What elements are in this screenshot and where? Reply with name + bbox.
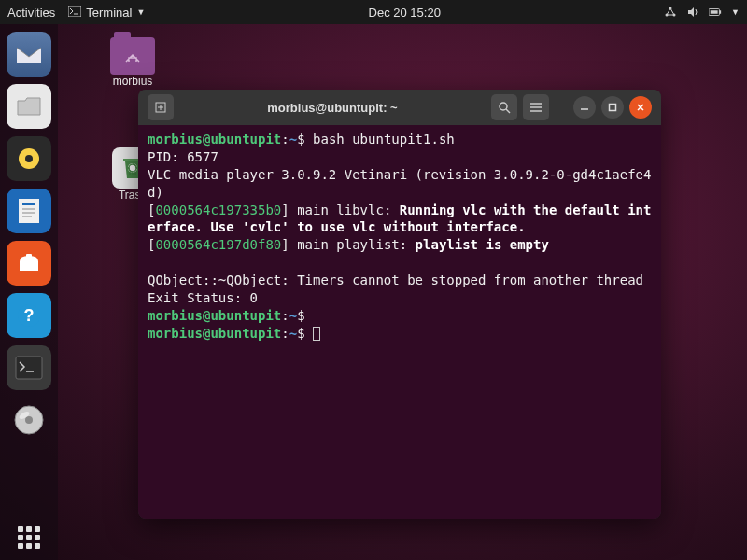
dock-files[interactable] bbox=[7, 84, 51, 129]
output-line: [0000564c197d0f80] main playlist: playli… bbox=[148, 237, 549, 252]
grid-icon bbox=[18, 526, 40, 549]
svg-rect-15 bbox=[26, 254, 32, 258]
show-applications[interactable] bbox=[7, 515, 51, 560]
output-line: VLC media player 3.0.9.2 Vetinari (revis… bbox=[148, 167, 651, 200]
svg-rect-35 bbox=[610, 105, 616, 111]
top-panel: Activities Terminal ▼ Dec 20 15:20 ▼ bbox=[0, 0, 747, 24]
close-button[interactable] bbox=[629, 96, 652, 119]
system-tray[interactable]: ▼ bbox=[664, 6, 740, 19]
terminal-window: morbius@ubuntupit: ~ morbius@ubuntupit:~… bbox=[138, 90, 661, 519]
dock-disc[interactable] bbox=[7, 398, 51, 442]
app-menu-label: Terminal bbox=[86, 6, 132, 20]
desktop-folder-morbius[interactable]: morbius bbox=[101, 37, 164, 88]
cursor bbox=[313, 327, 320, 341]
dock: ? bbox=[0, 24, 58, 560]
output-line: [0000564c197335b0] main libvlc: Running … bbox=[148, 203, 651, 235]
volume-icon bbox=[686, 6, 699, 19]
svg-rect-7 bbox=[711, 10, 718, 14]
prompt-user: morbius@ubuntupit bbox=[148, 308, 281, 323]
svg-rect-6 bbox=[719, 10, 721, 14]
terminal-body[interactable]: morbius@ubuntupit:~$ bash ubuntupit1.sh … bbox=[138, 125, 661, 519]
svg-point-9 bbox=[25, 155, 33, 162]
dock-help[interactable]: ? bbox=[7, 293, 51, 338]
svg-point-29 bbox=[500, 103, 507, 110]
terminal-icon bbox=[68, 6, 81, 20]
command-text: bash ubuntupit1.sh bbox=[313, 132, 455, 147]
window-title: morbius@ubuntupit: ~ bbox=[174, 101, 491, 115]
maximize-button[interactable] bbox=[601, 96, 624, 119]
dock-terminal[interactable] bbox=[7, 345, 51, 390]
terminal-titlebar[interactable]: morbius@ubuntupit: ~ bbox=[138, 90, 661, 125]
output-line: PID: 6577 bbox=[148, 149, 218, 164]
svg-text:?: ? bbox=[24, 306, 35, 325]
desktop-icon-label: morbius bbox=[113, 75, 153, 88]
svg-line-30 bbox=[506, 109, 510, 113]
dock-writer[interactable] bbox=[7, 189, 51, 233]
minimize-button[interactable] bbox=[573, 96, 596, 119]
svg-rect-18 bbox=[16, 357, 42, 379]
svg-rect-0 bbox=[68, 6, 81, 17]
app-menu[interactable]: Terminal ▼ bbox=[68, 6, 145, 20]
hamburger-menu-button[interactable] bbox=[523, 94, 549, 120]
chevron-down-icon: ▼ bbox=[136, 7, 145, 17]
svg-point-22 bbox=[25, 416, 33, 424]
folder-icon bbox=[110, 37, 155, 75]
network-icon bbox=[664, 6, 677, 19]
dock-thunderbird[interactable] bbox=[7, 32, 51, 77]
output-line: Exit Status: 0 bbox=[148, 290, 258, 305]
prompt-path: ~ bbox=[289, 308, 297, 323]
prompt-path: ~ bbox=[289, 326, 297, 341]
output-line: QObject::~QObject: Timers cannot be stop… bbox=[148, 273, 643, 287]
activities-button[interactable]: Activities bbox=[7, 6, 55, 20]
battery-icon bbox=[709, 6, 722, 19]
svg-rect-10 bbox=[19, 199, 39, 223]
prompt-user: morbius@ubuntupit bbox=[148, 132, 281, 147]
prompt-path: ~ bbox=[289, 132, 297, 147]
dock-software[interactable] bbox=[7, 241, 51, 286]
dock-rhythmbox[interactable] bbox=[7, 136, 51, 181]
new-tab-button[interactable] bbox=[148, 94, 174, 120]
clock[interactable]: Dec 20 15:20 bbox=[145, 6, 664, 20]
prompt-user: morbius@ubuntupit bbox=[148, 326, 281, 341]
chevron-down-icon: ▼ bbox=[731, 7, 740, 17]
search-button[interactable] bbox=[491, 94, 517, 120]
